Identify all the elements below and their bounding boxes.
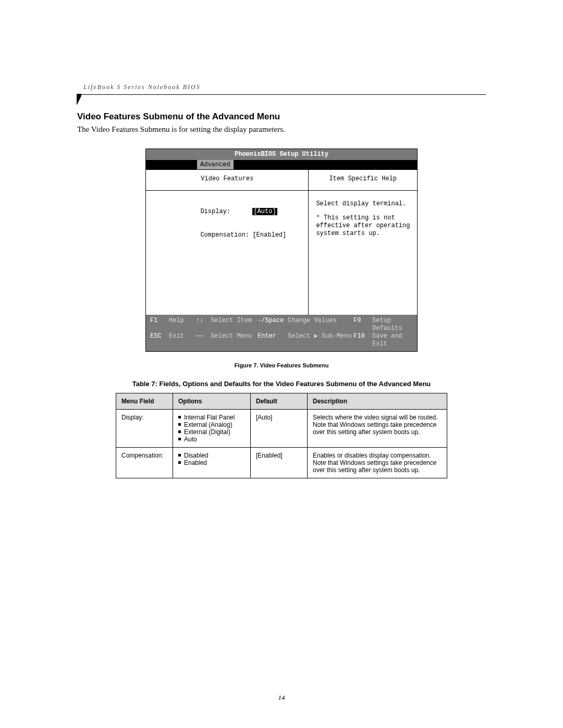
table-header: Description: [308, 393, 447, 410]
bios-field-label: Compensation:: [200, 231, 252, 239]
table-cell-description: Selects where the video signal will be r…: [308, 410, 447, 448]
bios-right-header: Item Specific Help: [309, 170, 417, 191]
bios-help-line: * This setting is not effective after op…: [316, 214, 411, 238]
list-item: External (Analog): [178, 421, 245, 428]
table-row: Display:Internal Flat PanelExternal (Ana…: [116, 410, 447, 448]
bios-key: ↑↓: [196, 317, 211, 332]
bios-key: ESC: [150, 332, 169, 348]
bios-help-area: Select display terminal. * This setting …: [309, 191, 417, 315]
bios-key: F10: [353, 332, 372, 348]
bios-titlebar: PhoenixBIOS Setup Utility: [146, 149, 417, 160]
list-item: Disabled: [178, 452, 245, 459]
list-item: External (Digital): [178, 428, 245, 436]
page-number: 14: [0, 694, 563, 702]
bios-key: F1: [150, 317, 169, 332]
intro-paragraph: The Video Features Submenu is for settin…: [77, 125, 486, 134]
bios-action: Exit: [169, 332, 196, 348]
bios-field-value: [Enabled]: [252, 231, 286, 239]
bios-footer-row: F1 Help ↑↓ Select Item -/Space Change Va…: [150, 317, 413, 332]
running-header: LifeBook S Series Notebook BIOS: [77, 83, 486, 95]
bios-action: Setup Defaults: [372, 317, 413, 332]
table-cell-options: DisabledEnabled: [173, 448, 251, 478]
bios-left-header: Video Features: [146, 170, 308, 191]
table-cell-default: [Enabled]: [251, 448, 308, 478]
bios-menu-tab-advanced: Advanced: [197, 160, 234, 169]
table-cell-description: Enables or disables display compensation…: [308, 448, 447, 478]
bios-field-value-selected: [Auto]: [252, 208, 277, 215]
options-list: DisabledEnabled: [178, 452, 245, 466]
table-header: Menu Field: [116, 393, 173, 410]
bios-key: -/Space: [258, 317, 288, 332]
bios-footer-row: ESC Exit ←→ Select Menu Enter Select ▶ S…: [150, 332, 413, 348]
bios-settings-area: Display:[Auto] Compensation:[Enabled]: [146, 191, 308, 315]
bios-action: Select ▶ Sub-Menu: [288, 332, 353, 348]
table-cell-menu-field: Compensation:: [116, 448, 173, 478]
figure-caption: Figure 7. Video Features Submenu: [77, 362, 486, 368]
bios-footer: F1 Help ↑↓ Select Item -/Space Change Va…: [146, 315, 417, 351]
table-header: Options: [173, 393, 251, 410]
table-header: Default: [251, 393, 308, 410]
bios-help-line: Select display terminal.: [316, 200, 411, 208]
list-item: Internal Flat Panel: [178, 414, 245, 421]
bios-screenshot: PhoenixBIOS Setup Utility Advanced Video…: [145, 149, 418, 352]
table-cell-options: Internal Flat PanelExternal (Analog)Exte…: [173, 410, 251, 448]
bios-action: Select Item: [211, 317, 258, 332]
table-cell-default: [Auto]: [251, 410, 308, 448]
bios-action: Select Menu: [211, 332, 258, 348]
list-item: Enabled: [178, 459, 245, 466]
options-table: Menu Field Options Default Description D…: [116, 393, 447, 478]
section-heading: Video Features Submenu of the Advanced M…: [77, 112, 486, 122]
bios-field-label: Display:: [200, 208, 252, 216]
table-header-row: Menu Field Options Default Description: [116, 393, 447, 410]
table-row: Compensation:DisabledEnabled[Enabled]Ena…: [116, 448, 447, 478]
bios-key: F9: [353, 317, 372, 332]
options-list: Internal Flat PanelExternal (Analog)Exte…: [178, 414, 245, 443]
bios-key: Enter: [258, 332, 288, 348]
table-caption: Table 7: Fields, Options and Defaults fo…: [77, 380, 486, 388]
crop-mark-icon: [77, 96, 81, 105]
document-page: LifeBook S Series Notebook BIOS Video Fe…: [0, 0, 563, 728]
bios-key: ←→: [196, 332, 211, 348]
bios-field-display: Display:[Auto]: [155, 200, 303, 224]
table-cell-menu-field: Display:: [116, 410, 173, 448]
list-item: Auto: [178, 436, 245, 443]
bios-menubar: Advanced: [146, 160, 417, 169]
bios-field-compensation: Compensation:[Enabled]: [155, 224, 303, 247]
bios-action: Help: [169, 317, 196, 332]
bios-action: Save and Exit: [372, 332, 413, 348]
bios-action: Change Values: [288, 317, 353, 332]
